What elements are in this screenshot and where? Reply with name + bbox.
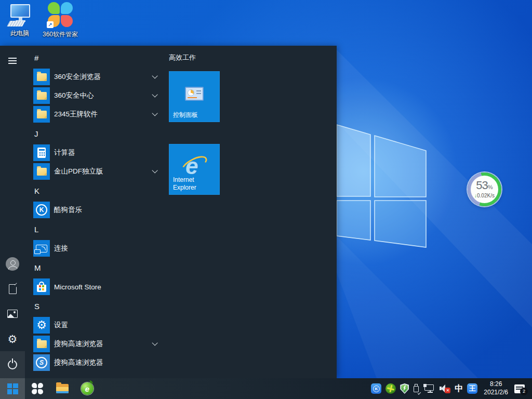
chevron-down-icon[interactable] — [152, 91, 157, 97]
chevron-down-icon[interactable] — [152, 73, 157, 78]
gear-icon: ⚙ — [36, 320, 47, 331]
folder-tile — [33, 336, 50, 352]
app-item-2345-software-folder[interactable]: 2345王牌软件 — [25, 105, 166, 124]
tray-sogou-ime[interactable]: 王 — [467, 383, 477, 394]
connect-cast-icon — [36, 245, 47, 252]
tile-label: Internet Explorer — [173, 176, 217, 192]
desktop-icon-label: 此电脑 — [0, 29, 39, 38]
pictures-button[interactable] — [0, 301, 25, 326]
gear-icon: ⚙ — [8, 334, 18, 344]
app-item-kingsoft-pdf-folder[interactable]: 金山PDF独立版 — [25, 162, 166, 181]
app-item-sogou-browser[interactable]: S 搜狗高速浏览器 — [25, 353, 166, 372]
user-account-button[interactable] — [0, 251, 25, 276]
desktop-icon-this-pc[interactable]: 此电脑 — [0, 3, 39, 38]
sogou-icon: S — [36, 357, 47, 368]
system-tray: K ✕ 中 王 8:26 2021/2/6 2 — [371, 380, 532, 396]
app-item-connect[interactable]: 连接 — [25, 239, 166, 258]
app-label: 金山PDF独立版 — [54, 167, 103, 176]
power-icon — [8, 360, 17, 369]
clock-time: 8:26 — [484, 380, 508, 389]
tray-usb-device[interactable] — [413, 384, 419, 394]
start-menu-app-list: # 360安全浏览器 360安全中心 2345王牌软件 J 计算器 金山PDF独… — [25, 46, 166, 378]
tray-network[interactable] — [423, 384, 435, 393]
tile-internet-explorer[interactable]: e Internet Explorer — [169, 144, 220, 195]
start-menu-rail: ⚙ — [0, 46, 25, 378]
section-header-t[interactable]: T — [25, 372, 166, 378]
app-label: 酷狗音乐 — [54, 205, 82, 215]
usb-icon — [413, 384, 419, 394]
app-label: 连接 — [54, 244, 68, 253]
kugou-tile: K — [33, 202, 50, 218]
folder-icon — [37, 340, 47, 348]
documents-button[interactable] — [0, 276, 25, 301]
section-header-m[interactable]: M — [25, 258, 166, 277]
app-item-calculator[interactable]: 计算器 — [25, 143, 166, 162]
folder-tile — [33, 163, 50, 180]
start-menu: ⚙ # 360安全浏览器 360安全中心 2345王牌软件 J 计算器 — [0, 46, 337, 378]
section-header-s[interactable]: S — [25, 296, 166, 316]
desktop-icon-360-software-manager[interactable]: ↗ 360软件管家 — [41, 2, 80, 39]
settings-tile: ⚙ — [33, 317, 50, 334]
360-software-manager-icon: ↗ — [47, 2, 74, 28]
tray-360-plus[interactable] — [385, 383, 396, 394]
chevron-down-icon[interactable] — [152, 340, 157, 345]
document-icon — [9, 284, 17, 294]
shortcut-arrow-icon: ↗ — [47, 21, 54, 28]
start-button[interactable] — [0, 378, 25, 399]
app-label: 设置 — [54, 321, 68, 330]
app-item-360-secure-browser-folder[interactable]: 360安全浏览器 — [25, 68, 166, 86]
section-header-j[interactable]: J — [25, 124, 166, 143]
calculator-icon — [37, 148, 46, 158]
taskbar-app-360-browser[interactable]: e — [75, 378, 100, 399]
app-item-settings[interactable]: ⚙ 设置 — [25, 316, 166, 335]
internet-explorer-icon: e — [181, 152, 207, 178]
file-explorer-icon — [56, 384, 69, 393]
tile-control-panel[interactable]: 控制面板 — [169, 71, 220, 122]
taskbar-app-file-explorer[interactable] — [50, 378, 75, 399]
sogou-ime-icon: 王 — [467, 383, 477, 394]
tile-group-title[interactable]: 高效工作 — [169, 53, 196, 62]
settings-button[interactable]: ⚙ — [0, 326, 25, 351]
shield-lightning-icon — [400, 383, 409, 394]
tile-label: 控制面板 — [173, 111, 217, 119]
folder-icon — [37, 92, 47, 100]
app-label: 搜狗高速浏览器 — [54, 339, 103, 349]
app-item-360-security-center-folder[interactable]: 360安全中心 — [25, 86, 166, 105]
windows-logo-icon — [7, 383, 18, 394]
section-header-k[interactable]: K — [25, 181, 166, 201]
tray-kugou[interactable]: K — [371, 383, 381, 394]
360-pinwheel-icon — [32, 383, 43, 394]
net-speed-readout: 53% ↓0.02K/s — [471, 176, 498, 203]
taskbar-app-360-safe[interactable] — [25, 378, 50, 399]
taskbar-clock[interactable]: 8:26 2021/2/6 — [482, 380, 510, 396]
chevron-down-icon[interactable] — [152, 167, 157, 173]
volume-muted-icon: ✕ — [439, 384, 450, 393]
clock-date: 2021/2/6 — [484, 389, 508, 397]
sogou-tile: S — [33, 354, 50, 371]
action-center-button[interactable]: 2 — [514, 384, 525, 393]
app-label: Microsoft Store — [54, 283, 101, 291]
app-label: 计算器 — [54, 148, 75, 157]
ime-mode-indicator[interactable]: 中 — [455, 383, 463, 394]
tray-360-shield[interactable] — [400, 383, 409, 394]
notification-icon: 2 — [514, 384, 525, 393]
section-header-hash[interactable]: # — [25, 48, 166, 68]
net-percent: 53 — [476, 179, 487, 192]
net-speed-widget[interactable]: 53% ↓0.02K/s — [468, 172, 501, 206]
360-green-browser-icon: e — [81, 382, 94, 395]
expand-menu-button[interactable] — [0, 48, 25, 73]
app-item-sogou-browser-folder[interactable]: 搜狗高速浏览器 — [25, 335, 166, 353]
hamburger-icon — [8, 58, 17, 64]
360-plus-ball-icon — [385, 383, 396, 394]
folder-icon — [37, 111, 47, 118]
app-item-microsoft-store[interactable]: Microsoft Store — [25, 277, 166, 296]
net-percent-unit: % — [488, 184, 493, 190]
power-button[interactable] — [0, 351, 25, 378]
store-bag-icon — [37, 282, 46, 292]
app-label: 搜狗高速浏览器 — [54, 358, 103, 367]
section-header-l[interactable]: L — [25, 219, 166, 239]
tray-volume[interactable]: ✕ — [439, 384, 450, 393]
app-label: 360安全中心 — [54, 91, 94, 100]
chevron-down-icon[interactable] — [152, 110, 157, 116]
app-item-kugou-music[interactable]: K 酷狗音乐 — [25, 201, 166, 219]
